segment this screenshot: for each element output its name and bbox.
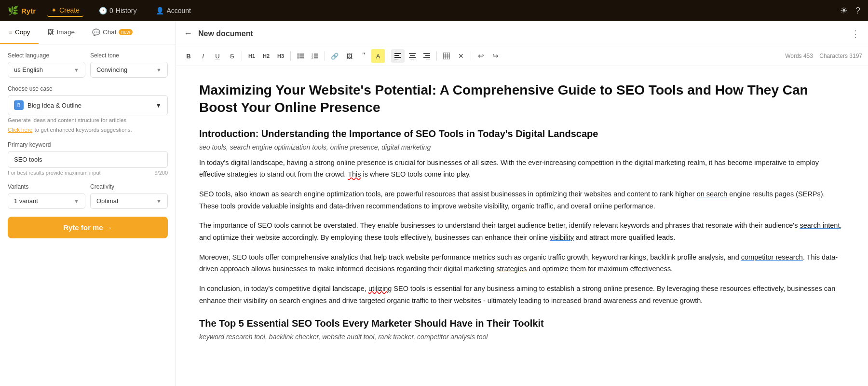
use-case-icon: B (14, 100, 24, 110)
creativity-label: Creativity (90, 183, 168, 190)
toolbar-separator-6 (471, 51, 471, 61)
logo-icon: 🌿 (8, 5, 18, 16)
svg-rect-21 (425, 55, 430, 56)
h1-button[interactable]: H1 (245, 49, 258, 63)
use-case-value: Blog Idea & Outline (27, 102, 81, 109)
use-case-help: Generate ideas and content structure for… (8, 117, 168, 123)
h2-button[interactable]: H2 (259, 49, 273, 63)
toolbar-separator-4 (388, 51, 388, 61)
app-logo[interactable]: 🌿 Rytr (8, 5, 36, 16)
keyword-input[interactable] (8, 151, 168, 168)
strikethrough-button[interactable]: S (225, 49, 239, 63)
language-dropdown[interactable]: us English ▼ (8, 62, 85, 78)
toolbar-separator-5 (436, 51, 437, 61)
ryte-button-label: Ryte for me → (63, 223, 112, 232)
svg-rect-24 (443, 53, 450, 59)
keyword-help-container: Click here to get enhanced keywords sugg… (8, 125, 168, 134)
section1-para1: In today's digital landscape, having a s… (199, 157, 845, 180)
doc-main-title: Maximizing Your Website's Potential: A C… (199, 82, 845, 117)
tab-image-label: Image (56, 28, 75, 36)
svg-rect-3 (299, 55, 304, 56)
use-case-dropdown[interactable]: B Blog Idea & Outline ▼ (8, 95, 168, 115)
back-button[interactable]: ← (184, 28, 192, 39)
image-button[interactable]: 🖼 (342, 49, 356, 63)
svg-rect-14 (394, 57, 401, 58)
tab-copy[interactable]: ≡ Copy (0, 21, 39, 44)
redo-button[interactable]: ↪ (488, 49, 502, 63)
top-navigation: 🌿 Rytr ✦ Create 🕐 0 History 👤 Account ☀ … (0, 0, 868, 21)
svg-text:3.: 3. (312, 56, 313, 59)
keyword-help-suffix: to get enhanced keywords suggestions. (35, 127, 132, 133)
editor-toolbar: B I U S H1 H2 H3 1.2.3. 🔗 🖼 " A (176, 46, 868, 66)
language-tone-row: Select language us English ▼ Select tone… (8, 52, 168, 78)
theme-toggle-icon[interactable]: ☀ (840, 5, 848, 16)
keyword-help-link[interactable]: Click here (8, 127, 32, 133)
nav-history[interactable]: 🕐 0 History (95, 5, 140, 16)
variants-chevron-icon: ▼ (74, 198, 79, 204)
content-area: ≡ Copy 🖼 Image 💬 Chat new Select languag… (0, 21, 868, 386)
document-title[interactable]: New document (198, 29, 845, 38)
section2-keywords: keyword research tool, backlink checker,… (199, 333, 845, 341)
app-name: Rytr (21, 7, 36, 15)
ryte-button[interactable]: Ryte for me → (8, 217, 168, 238)
svg-rect-17 (410, 55, 415, 56)
undo-button[interactable]: ↩ (474, 49, 488, 63)
nav-account[interactable]: 👤 Account (152, 5, 195, 16)
svg-rect-20 (423, 53, 430, 54)
spell-error-1: This (348, 170, 361, 178)
nav-create-label: Create (59, 6, 80, 14)
clear-formatting-button[interactable]: ✕ (454, 49, 468, 63)
highlight-button[interactable]: A (371, 49, 385, 63)
editor-content[interactable]: Maximizing Your Website's Potential: A C… (176, 66, 868, 386)
editor-stats: Words 453 Characters 3197 (785, 53, 862, 59)
link-3: visibility (550, 234, 574, 241)
keyword-hint: For best results provide maximum input (8, 170, 101, 176)
use-case-label: Choose use case (8, 85, 168, 92)
nav-history-label: History (116, 7, 137, 14)
link-4: competitor research (741, 253, 803, 261)
tab-image[interactable]: 🖼 Image (39, 21, 83, 44)
table-button[interactable] (440, 49, 453, 63)
highlight-5: strategies (497, 265, 527, 273)
input-row: For best results provide maximum input 9… (8, 170, 168, 176)
copy-tab-icon: ≡ (9, 28, 13, 36)
chat-badge: new (119, 29, 132, 35)
nav-account-label: Account (166, 7, 191, 14)
italic-button[interactable]: I (196, 49, 210, 63)
align-right-button[interactable] (420, 49, 434, 63)
tone-value: Convincing (96, 66, 127, 73)
sidebar: ≡ Copy 🖼 Image 💬 Chat new Select languag… (0, 21, 176, 386)
svg-point-2 (298, 55, 299, 57)
align-center-button[interactable] (406, 49, 419, 63)
tone-dropdown[interactable]: Convincing ▼ (90, 62, 168, 78)
tab-chat[interactable]: 💬 Chat new (83, 21, 141, 44)
history-icon: 🕐 (99, 7, 107, 14)
creativity-dropdown[interactable]: Optimal ▼ (90, 193, 168, 209)
editor-header: ← New document ⋮ (176, 21, 868, 46)
image-tab-icon: 🖼 (47, 28, 54, 36)
variants-dropdown[interactable]: 1 variant ▼ (8, 193, 85, 209)
spell-error-2: utilizing (368, 285, 392, 292)
unordered-list-button[interactable] (294, 49, 307, 63)
align-left-button[interactable] (391, 49, 405, 63)
underline-button[interactable]: U (211, 49, 224, 63)
bold-button[interactable]: B (182, 49, 195, 63)
tone-label: Select tone (90, 52, 168, 59)
svg-rect-12 (394, 53, 401, 54)
more-options-icon[interactable]: ⋮ (851, 28, 860, 40)
keyword-count: 9/200 (154, 170, 168, 176)
h3-button[interactable]: H3 (274, 49, 287, 63)
topnav-right-actions: ☀ ? (840, 5, 860, 16)
nav-create[interactable]: ✦ Create (47, 4, 83, 17)
section1-para3: The importance of SEO tools cannot be ov… (199, 220, 845, 243)
section2-heading: The Top 5 Essential SEO Tools Every Mark… (199, 318, 845, 329)
ordered-list-button[interactable]: 1.2.3. (308, 49, 322, 63)
help-icon[interactable]: ? (855, 6, 860, 16)
quote-button[interactable]: " (357, 49, 370, 63)
link-button[interactable]: 🔗 (328, 49, 341, 63)
svg-rect-23 (426, 59, 430, 59)
creativity-chevron-icon: ▼ (156, 198, 162, 204)
section1-para5: In conclusion, in today's competitive di… (199, 283, 845, 306)
link-2: search intent (800, 221, 840, 229)
svg-rect-22 (423, 57, 430, 58)
